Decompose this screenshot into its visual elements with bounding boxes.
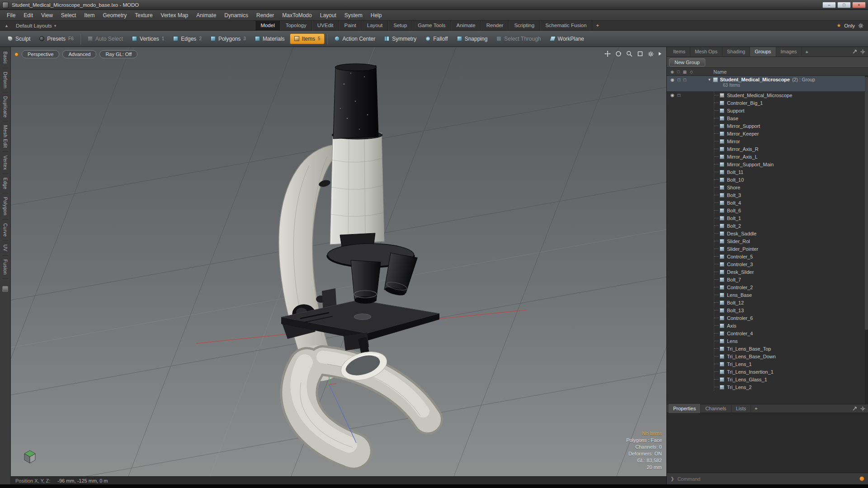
layout-tab[interactable]: Topology [280, 21, 312, 30]
palette-tab[interactable]: Duplicate [3, 93, 8, 122]
layout-tab[interactable]: Game Tools [412, 21, 451, 30]
panel-tab[interactable]: Images [776, 47, 802, 56]
layout-tab[interactable]: UVEdit [312, 21, 339, 30]
toolbar-button[interactable]: Select Through [492, 33, 545, 44]
panel-gear-icon[interactable] [860, 406, 865, 411]
tree-item[interactable]: Bolt_10 [667, 176, 868, 183]
tree-item[interactable]: Controler_6 [667, 314, 868, 322]
expand-panel-icon[interactable] [852, 406, 857, 411]
menu-item[interactable]: Texture [131, 10, 156, 21]
close-button[interactable]: × [852, 2, 866, 8]
viewport-button[interactable]: Ray GL: Off [99, 50, 137, 58]
layout-tab[interactable]: Animate [451, 21, 481, 30]
expand-panel-icon[interactable] [852, 49, 857, 54]
tree-item[interactable]: Tri_Lens_Base_Top [667, 345, 868, 352]
panel-gear-icon[interactable] [860, 49, 865, 54]
tree-item[interactable]: Bolt_7 [667, 276, 868, 283]
add-layout-tab-button[interactable]: + [592, 21, 604, 30]
expand-arrow-icon[interactable] [658, 52, 662, 56]
palette-extra-icon[interactable] [2, 286, 8, 292]
maximize-button[interactable]: □ [837, 2, 851, 8]
panel-tab[interactable]: Shading [722, 47, 750, 56]
toolbar-button[interactable]: Sculpt [4, 33, 34, 44]
menu-item[interactable]: Help [367, 10, 386, 21]
pan-icon[interactable] [604, 51, 611, 57]
menu-item[interactable]: Layout [316, 10, 340, 21]
only-toggle[interactable]: Only [844, 23, 855, 28]
palette-tab[interactable]: Fusion [3, 256, 8, 279]
visibility-column-icon[interactable]: ◉ [670, 70, 674, 74]
tree-item[interactable]: Mirror [667, 137, 868, 145]
filter-column-icon[interactable]: ◇ [690, 70, 693, 74]
toolbar-button[interactable]: Snapping [453, 33, 492, 44]
menu-item[interactable]: MaxToModo [278, 10, 316, 21]
layout-switcher[interactable]: Default Layouts ▾ [11, 23, 61, 28]
orbit-icon[interactable] [615, 51, 622, 57]
toolbar-button[interactable]: Symmetry [380, 33, 420, 44]
panel-tab[interactable]: Groups [750, 47, 776, 56]
palette-tab[interactable]: Mesh Edit [3, 122, 8, 152]
tree-item[interactable]: Bolt_13 [667, 306, 868, 314]
dock-icon[interactable]: ▲ [0, 23, 11, 28]
panel-tab[interactable]: Items [669, 47, 690, 56]
properties-tab[interactable]: Properties [669, 404, 701, 413]
tree-item[interactable]: Controler_Big_1 [667, 99, 868, 107]
tree-item[interactable]: Base [667, 114, 868, 122]
render-toggle-icon[interactable]: □ [678, 93, 680, 98]
gear-icon[interactable] [858, 23, 863, 28]
tree-item[interactable]: Bolt_11 [667, 168, 868, 176]
properties-tab[interactable]: Channels [701, 404, 731, 413]
tree-item[interactable]: Tri_Lens_Glass_1 [667, 375, 868, 383]
tree-item[interactable]: Bolt_12 [667, 299, 868, 306]
viewport-3d[interactable]: Perspective Advanced Ray GL: Off [11, 47, 666, 476]
menu-item[interactable]: Render [252, 10, 278, 21]
new-group-button[interactable]: New Group [669, 58, 705, 66]
toolbar-button[interactable]: Presets F6 [35, 33, 77, 44]
lock-column-icon[interactable]: ▦ [683, 70, 687, 74]
palette-tab[interactable]: UV [3, 241, 8, 255]
fit-view-icon[interactable] [637, 51, 643, 57]
tree-item[interactable]: Tri_Lens_1 [667, 360, 868, 368]
menu-item[interactable]: Select [57, 10, 80, 21]
render-toggle-icon[interactable]: □ [678, 77, 680, 82]
add-properties-tab-button[interactable]: + [751, 406, 761, 411]
tree-item[interactable]: Slider_Pointer [667, 245, 868, 253]
viewport-gear-icon[interactable] [648, 51, 654, 57]
tree-item[interactable]: Lens [667, 337, 868, 345]
toolbar-button[interactable]: Edges 2 [169, 33, 206, 44]
palette-tab[interactable]: Vertex [3, 152, 8, 174]
layout-tab[interactable]: Layout [362, 21, 388, 30]
tree-scrollbar[interactable] [865, 76, 868, 404]
zoom-icon[interactable] [626, 51, 632, 57]
menu-item[interactable]: Item [80, 10, 99, 21]
tree-item[interactable]: Mirror_Support [667, 122, 868, 130]
toolbar-button[interactable]: Polygons 3 [207, 33, 250, 44]
toolbar-button[interactable]: Items 5 [290, 33, 325, 44]
tree-item[interactable]: Mirror_Support_Main [667, 160, 868, 168]
eye-icon[interactable]: ◉ [670, 77, 675, 82]
tree-item[interactable]: Bolt_4 [667, 199, 868, 206]
toolbar-button[interactable]: Action Center [330, 33, 379, 44]
tree-item[interactable]: Controler_2 [667, 283, 868, 291]
menu-item[interactable]: File [3, 10, 19, 21]
layout-tab[interactable]: Paint [339, 21, 362, 30]
add-panel-tab-button[interactable]: + [802, 49, 812, 55]
tree-item[interactable]: Mirror_Axis_R [667, 145, 868, 153]
palette-tab[interactable]: Basic [3, 48, 8, 68]
toolbar-button[interactable]: Materials [251, 33, 289, 44]
layout-tab[interactable]: Scripting [509, 21, 540, 30]
menu-item[interactable]: Animate [192, 10, 220, 21]
toolbar-button[interactable]: Falloff [421, 33, 452, 44]
menu-item[interactable]: Edit [19, 10, 37, 21]
palette-tab[interactable]: Curve [3, 220, 8, 241]
tree-item[interactable]: Axis [667, 322, 868, 329]
menu-item[interactable]: Geometry [99, 10, 131, 21]
panel-tab[interactable]: Mesh Ops [690, 47, 722, 56]
palette-tab[interactable]: Polygon [3, 193, 8, 220]
render-column-icon[interactable]: □ [677, 70, 679, 74]
menu-item[interactable]: System [340, 10, 367, 21]
viewport-button[interactable]: Advanced [62, 50, 96, 58]
minimize-button[interactable]: – [822, 2, 836, 8]
tree-item[interactable]: Support [667, 107, 868, 114]
tree-item[interactable]: Tri_Lens_2 [667, 383, 868, 391]
